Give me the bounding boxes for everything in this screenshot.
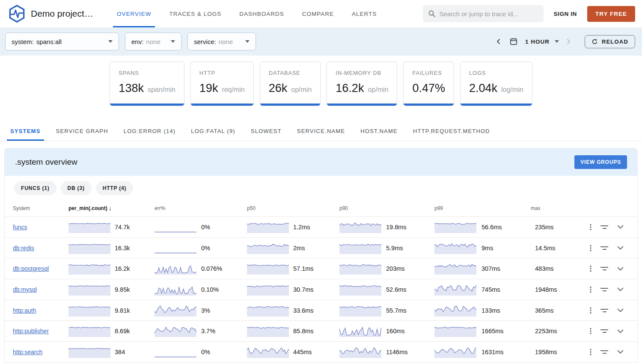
view-groups-button[interactable]: VIEW GROUPS — [574, 155, 627, 169]
p50-sparkline — [247, 342, 289, 362]
tab-service-graph[interactable]: SERVICE GRAPH — [48, 121, 116, 141]
row-expand-button[interactable] — [616, 287, 624, 292]
time-prev-button[interactable] — [493, 36, 504, 47]
p99-sparkline — [434, 279, 477, 300]
system-link-http-publisher[interactable]: http:publisher — [13, 328, 49, 334]
err-value: 0% — [197, 224, 247, 231]
p90-sparkline — [339, 321, 382, 341]
nav-traces-logs[interactable]: TRACES & LOGS — [160, 0, 230, 27]
filter-value: none — [146, 38, 160, 45]
tab-service-name[interactable]: SERVICE.NAME — [289, 121, 353, 141]
err-value: 3% — [197, 307, 247, 314]
nav-overview[interactable]: OVERVIEW — [108, 0, 160, 27]
col-p99[interactable]: p99 — [434, 205, 531, 211]
tab-slowest[interactable]: SLOWEST — [243, 121, 289, 141]
err-sparkline — [155, 238, 197, 258]
row-menu-button[interactable] — [589, 244, 592, 252]
system-link-http-search[interactable]: http:search — [13, 349, 42, 355]
nav-compare[interactable]: COMPARE — [293, 0, 343, 27]
p90-value: 203ms — [382, 265, 434, 272]
p50-sparkline — [247, 321, 289, 341]
row-expand-button[interactable] — [616, 308, 624, 313]
time-range-caret-icon[interactable] — [555, 40, 559, 43]
col-p90[interactable]: p90 — [339, 205, 434, 211]
nav-alerts[interactable]: ALERTS — [343, 0, 386, 27]
max-value: 1958ms — [531, 349, 582, 355]
systems-table: System per_min(.count) ↓ err% p50 p90 p9… — [5, 200, 637, 363]
err-value: 3.7% — [197, 328, 247, 334]
search-box[interactable] — [423, 5, 544, 22]
row-filter-button[interactable] — [600, 266, 609, 271]
row-filter-button[interactable] — [600, 349, 609, 355]
system-link-db-mysql[interactable]: db:mysql — [13, 286, 37, 293]
filter-label: service: — [194, 38, 216, 45]
per_min-sparkline — [68, 258, 110, 279]
row-expand-button[interactable] — [616, 328, 624, 334]
row-filter-button[interactable] — [600, 328, 609, 334]
filter-service[interactable]: service:none — [187, 33, 256, 50]
max-value: 2253ms — [531, 328, 582, 334]
sign-in-button[interactable]: SIGN IN — [554, 11, 577, 17]
stat-card-label: HTTP — [199, 70, 245, 76]
nav-dashboards[interactable]: DASHBOARDS — [230, 0, 293, 27]
chip-http-4[interactable]: HTTP (4) — [96, 181, 134, 195]
row-filter-button[interactable] — [600, 225, 609, 230]
p90-sparkline — [339, 300, 382, 321]
row-menu-button[interactable] — [589, 285, 592, 294]
search-input[interactable] — [440, 10, 538, 18]
row-menu-button[interactable] — [589, 327, 592, 335]
tab-http-request-method[interactable]: HTTP.REQUEST.METHOD — [405, 121, 498, 141]
per_min-value: 16.2k — [110, 265, 155, 272]
chip-funcs-1[interactable]: FUNCS (1) — [14, 181, 56, 195]
system-link-db-redis[interactable]: db:redis — [13, 245, 34, 252]
try-free-button[interactable]: TRY FREE — [587, 6, 635, 22]
col-p50[interactable]: p50 — [247, 205, 339, 211]
row-menu-button[interactable] — [589, 306, 592, 315]
col-system[interactable]: System — [13, 205, 68, 211]
filter-env[interactable]: env:none — [125, 33, 181, 50]
filter-bar: system:spans:allenv:noneservice:none 1 H… — [0, 27, 642, 56]
p90-value: 19.8ms — [382, 224, 434, 231]
col-max[interactable]: max — [531, 205, 582, 211]
chip-db-3[interactable]: DB (3) — [61, 181, 92, 195]
system-link-http-auth[interactable]: http:auth — [13, 307, 36, 314]
stat-card-unit: span/min — [148, 86, 175, 94]
time-next-button[interactable] — [563, 36, 574, 47]
col-per-min-label: per_min(.count) — [68, 205, 107, 211]
col-per-min[interactable]: per_min(.count) ↓ — [68, 205, 155, 212]
tab-log-error-14[interactable]: LOG:ERROR (14) — [116, 121, 184, 141]
row-expand-button[interactable] — [616, 349, 624, 355]
row-filter-button[interactable] — [600, 308, 609, 313]
filter-label: system: — [12, 38, 34, 45]
row-expand-button[interactable] — [616, 245, 624, 251]
row-expand-button[interactable] — [616, 266, 624, 272]
p90-value: 160ms — [382, 328, 434, 334]
stat-card-label: IN-MEMORY DB — [336, 70, 388, 76]
tab-systems[interactable]: SYSTEMS — [3, 121, 48, 141]
dropdown-caret-icon — [171, 40, 175, 43]
table-row: funcs74.7k0%1.2ms19.8ms56.6ms235ms — [5, 217, 637, 238]
p90-value: 1146ms — [382, 349, 434, 355]
row-menu-button[interactable] — [589, 264, 592, 273]
p50-value: 445ms — [289, 349, 339, 355]
time-range-value[interactable]: 1 HOUR — [525, 38, 550, 45]
stat-card-in-memory-db: IN-MEMORY DB16.2kop/min — [327, 62, 397, 106]
col-err[interactable]: err% — [155, 205, 247, 211]
system-link-funcs[interactable]: funcs — [13, 224, 27, 231]
table-row: db:postgresql16.2k0.076%57.1ms203ms307ms… — [5, 258, 637, 279]
filter-group: system:spans:allenv:noneservice:none — [5, 33, 256, 50]
calendar-icon[interactable] — [508, 36, 519, 47]
dropdown-caret-icon — [245, 40, 250, 43]
reload-button[interactable]: RELOAD — [585, 35, 635, 48]
filter-system[interactable]: system:spans:all — [5, 33, 119, 50]
tab-host-name[interactable]: HOST.NAME — [353, 121, 405, 141]
row-filter-button[interactable] — [600, 246, 609, 251]
row-expand-button[interactable] — [616, 224, 624, 230]
system-link-db-postgresql[interactable]: db:postgresql — [13, 265, 49, 272]
tab-log-fatal-9[interactable]: LOG:FATAL (9) — [183, 121, 243, 141]
p90-sparkline — [339, 217, 382, 237]
row-filter-button[interactable] — [600, 287, 609, 292]
reload-label: RELOAD — [602, 38, 628, 45]
row-menu-button[interactable] — [589, 348, 592, 356]
row-menu-button[interactable] — [589, 223, 592, 231]
